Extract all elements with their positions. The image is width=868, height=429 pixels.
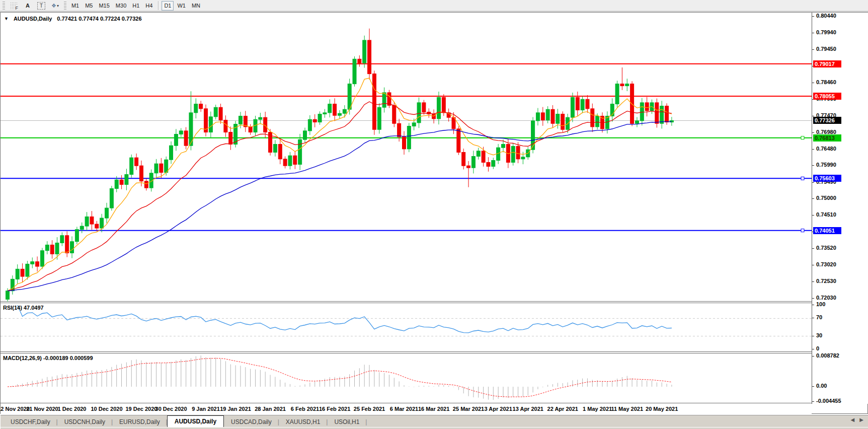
candle-body[interactable]	[571, 97, 574, 117]
candle-body[interactable]	[278, 145, 282, 159]
timeframe-button-m15[interactable]: M15	[96, 1, 112, 11]
price-axis[interactable]: 0.804400.799400.794500.789500.784600.779…	[812, 13, 868, 404]
candle-body[interactable]	[333, 104, 337, 116]
macd-indicator-pane[interactable]: MACD(12,26,9) -0.000189 0.000599	[1, 353, 812, 403]
rsi-indicator-pane[interactable]: RSI(14) 47.0497	[1, 303, 812, 352]
candle-body[interactable]	[377, 107, 381, 129]
candle-body[interactable]	[60, 236, 64, 243]
candle-body[interactable]	[660, 106, 664, 124]
candle-body[interactable]	[323, 113, 327, 114]
candlestick-canvas[interactable]	[1, 13, 812, 302]
candle-body[interactable]	[586, 99, 589, 109]
toolbar-drag-handle-2[interactable]	[64, 2, 66, 10]
candle-body[interactable]	[219, 107, 222, 120]
line-edit-marker[interactable]	[801, 229, 804, 232]
candle-body[interactable]	[229, 132, 232, 145]
candle-body[interactable]	[482, 151, 485, 163]
candle-body[interactable]	[308, 119, 311, 131]
candle-body[interactable]	[85, 217, 89, 226]
text-label-button[interactable]: A	[22, 1, 34, 11]
candle-body[interactable]	[343, 109, 346, 113]
candle-body[interactable]	[372, 74, 376, 130]
candle-body[interactable]	[596, 116, 599, 127]
candle-body[interactable]	[174, 134, 178, 146]
candle-body[interactable]	[6, 291, 10, 300]
timeframe-button-d1[interactable]: D1	[162, 1, 174, 11]
candle-body[interactable]	[368, 40, 371, 74]
candle-body[interactable]	[576, 97, 579, 110]
candle-body[interactable]	[179, 131, 183, 134]
candle-body[interactable]	[417, 103, 421, 123]
candle-body[interactable]	[154, 164, 158, 173]
candle-body[interactable]	[467, 166, 470, 168]
symbol-tab-xauusd[interactable]: XAUUSD,H1|	[279, 416, 328, 427]
candle-body[interactable]	[462, 153, 465, 166]
candle-body[interactable]	[313, 119, 317, 122]
candle-body[interactable]	[615, 84, 619, 104]
candle-body[interactable]	[135, 158, 138, 166]
candle-body[interactable]	[492, 160, 495, 166]
candle-body[interactable]	[170, 146, 173, 160]
candle-body[interactable]	[635, 121, 639, 123]
toolbar-drag-handle[interactable]	[3, 2, 5, 10]
candle-body[interactable]	[36, 262, 39, 266]
macd-canvas[interactable]	[1, 353, 812, 403]
candle-body[interactable]	[541, 113, 544, 120]
tab-scroll-left-icon[interactable]: ◀	[851, 417, 855, 422]
candle-body[interactable]	[412, 123, 416, 126]
candle-body[interactable]	[620, 84, 624, 86]
candle-body[interactable]	[382, 93, 386, 107]
indicator-grid-icon[interactable]: F	[8, 1, 21, 11]
candle-body[interactable]	[120, 180, 123, 184]
rsi-canvas[interactable]	[1, 303, 812, 351]
candle-body[interactable]	[551, 109, 555, 123]
candle-body[interactable]	[100, 218, 104, 228]
candle-body[interactable]	[407, 126, 411, 149]
candle-body[interactable]	[437, 97, 440, 119]
line-edit-marker[interactable]	[801, 136, 804, 139]
candle-body[interactable]	[477, 151, 480, 157]
candle-body[interactable]	[422, 103, 426, 112]
candle-body[interactable]	[288, 156, 292, 166]
timeframe-button-h1[interactable]: H1	[130, 1, 142, 11]
candle-body[interactable]	[194, 104, 198, 113]
candle-body[interactable]	[442, 97, 445, 113]
candle-body[interactable]	[561, 114, 565, 130]
candle-body[interactable]	[591, 109, 594, 127]
candle-body[interactable]	[298, 139, 302, 164]
candle-body[interactable]	[144, 181, 148, 188]
timeframe-button-h4[interactable]: H4	[143, 1, 155, 11]
candle-body[interactable]	[293, 156, 297, 164]
candle-body[interactable]	[239, 116, 242, 124]
symbol-tab-eurusd[interactable]: EURUSD,Daily|	[112, 416, 167, 427]
candle-body[interactable]	[26, 264, 29, 276]
candle-body[interactable]	[125, 174, 128, 184]
candle-body[interactable]	[80, 226, 84, 230]
candle-body[interactable]	[139, 166, 143, 181]
candle-body[interactable]	[214, 107, 217, 117]
symbol-tab-audusd[interactable]: AUDUSD,Daily	[167, 415, 224, 427]
candle-body[interactable]	[546, 109, 549, 120]
main-chart-pane[interactable]: ▼ AUDUSD,Daily 0.77421 0.77474 0.77224 0…	[1, 13, 812, 302]
candle-body[interactable]	[392, 105, 396, 123]
candle-body[interactable]	[224, 120, 227, 132]
candle-body[interactable]	[625, 84, 629, 86]
ma-mid-line[interactable]	[8, 102, 672, 291]
candle-body[interactable]	[556, 114, 560, 124]
line-edit-marker[interactable]	[801, 177, 804, 180]
candle-body[interactable]	[511, 147, 515, 163]
candle-body[interactable]	[184, 131, 188, 146]
candle-body[interactable]	[75, 230, 78, 242]
candle-body[interactable]	[665, 106, 669, 122]
objects-dropdown-button[interactable]: ❖▾	[49, 1, 61, 11]
candle-body[interactable]	[21, 269, 24, 276]
candle-body[interactable]	[403, 137, 406, 149]
chart-menu-icon[interactable]: ▼	[4, 16, 9, 21]
candle-body[interactable]	[516, 147, 520, 159]
symbol-tab-usdcad[interactable]: USDCAD,Daily|	[224, 416, 279, 427]
candle-body[interactable]	[50, 245, 54, 254]
candle-body[interactable]	[531, 121, 535, 150]
candle-body[interactable]	[259, 117, 262, 119]
candle-body[interactable]	[115, 180, 118, 188]
candle-body[interactable]	[521, 157, 525, 159]
